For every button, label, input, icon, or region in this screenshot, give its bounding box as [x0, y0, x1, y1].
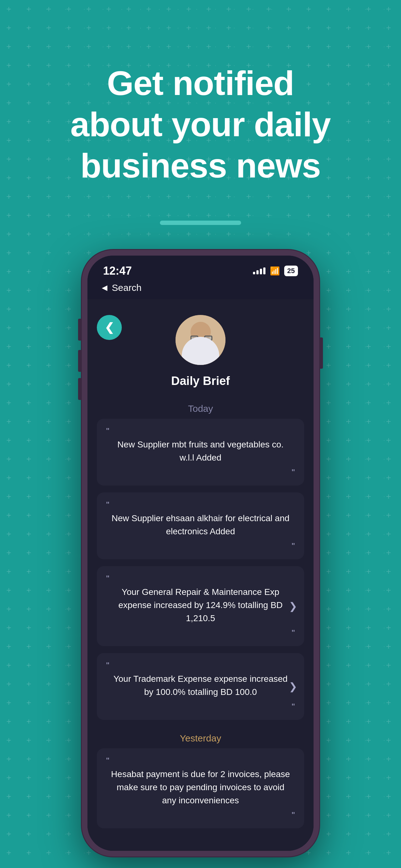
message-card-1[interactable]: " New Supplier mbt fruits and vegetables… [97, 419, 304, 486]
message-text-3: Your General Repair & Maintenance Exp ex… [106, 586, 295, 625]
quote-open-icon-4: " [106, 661, 295, 670]
signal-bar-3 [260, 269, 262, 274]
wifi-icon: 📶 [270, 266, 280, 276]
message-card-4[interactable]: " Your Trademark Expense expense increas… [97, 653, 304, 720]
divider-pill [160, 221, 241, 225]
back-navigation: ◄ Search [88, 281, 313, 299]
volume-buttons [78, 350, 81, 406]
hero-section: Get notified about your daily business n… [0, 0, 401, 205]
battery-indicator: 25 [284, 266, 298, 276]
back-button[interactable]: ❮ [97, 315, 122, 340]
hero-title-line3: business news [80, 146, 321, 185]
quote-open-icon-5: " [106, 756, 295, 765]
volume-up-button [78, 350, 81, 372]
phone-content-area: ❮ [88, 299, 313, 851]
quote-close-icon-1: " [106, 467, 295, 477]
message-text-2: New Supplier ehsaan alkhair for electric… [106, 512, 295, 538]
chevron-right-icon-4: ❯ [289, 681, 297, 692]
yesterday-label: Yesterday [97, 727, 304, 748]
quote-close-icon-4: " [106, 702, 295, 712]
today-label: Today [97, 397, 304, 419]
volume-down-button [78, 378, 81, 400]
signal-bar-2 [257, 270, 259, 274]
message-card-2[interactable]: " New Supplier ehsaan alkhair for electr… [97, 492, 304, 559]
hero-title: Get notified about your daily business n… [25, 62, 376, 186]
avatar [175, 315, 226, 365]
quote-open-icon-2: " [106, 501, 295, 509]
main-content: Get notified about your daily business n… [0, 0, 401, 868]
avatar-person [175, 315, 226, 365]
message-card-5[interactable]: " Hesabat payment is due for 2 invoices,… [97, 748, 304, 828]
profile-section: ❮ [97, 309, 304, 397]
yesterday-section: Yesterday " Hesabat payment is due for 2… [97, 727, 304, 828]
message-text-1: New Supplier mbt fruits and vegetables c… [106, 438, 295, 464]
signal-icon [253, 268, 265, 274]
quote-open-icon-3: " [106, 574, 295, 583]
message-text-5: Hesabat payment is due for 2 invoices, p… [106, 768, 295, 807]
phone-outer-frame: 12:47 📶 25 ◄ Search [82, 250, 319, 857]
avatar-body [182, 337, 219, 365]
message-card-3[interactable]: " Your General Repair & Maintenance Exp … [97, 566, 304, 646]
quote-close-icon-2: " [106, 541, 295, 551]
phone-screen: 12:47 📶 25 ◄ Search [88, 256, 313, 851]
today-section: Today " New Supplier mbt fruits and vege… [97, 397, 304, 720]
quote-open-icon-1: " [106, 427, 295, 436]
hero-title-line1: Get notified [107, 64, 294, 102]
message-text-4: Your Trademark Expense expense increased… [106, 673, 295, 699]
chevron-right-icon-3: ❯ [289, 600, 297, 612]
quote-close-icon-3: " [106, 628, 295, 638]
back-chevron-icon: ❮ [105, 321, 114, 334]
status-bar: 12:47 📶 25 [88, 256, 313, 281]
status-icons: 📶 25 [253, 266, 298, 276]
back-nav-label: ◄ Search [100, 282, 141, 293]
hero-title-line2: about your daily [70, 105, 331, 144]
phone-mockup: 12:47 📶 25 ◄ Search [82, 250, 319, 868]
profile-name: Daily Brief [171, 374, 230, 388]
signal-bar-1 [253, 272, 255, 274]
status-time: 12:47 [103, 264, 132, 277]
signal-bar-4 [263, 268, 265, 274]
quote-close-icon-5: " [106, 810, 295, 820]
